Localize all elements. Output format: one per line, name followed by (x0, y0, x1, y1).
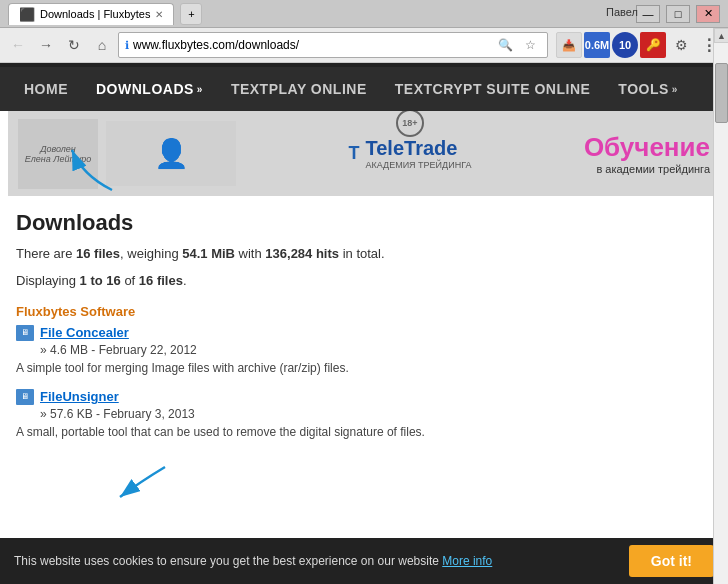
ext-icon-1[interactable]: 📥 (556, 32, 582, 58)
nav-textcrypt-label: TEXTCRYPT SUITE ONLINE (395, 81, 591, 97)
bookmark-search-btn[interactable]: 🔍 (494, 35, 516, 55)
display-range: 1 to 16 (80, 273, 121, 288)
nav-tools-label: TOOLS (618, 81, 668, 97)
banner-person-img: ДоволенЕлена Лейтуро (18, 119, 98, 189)
tab-favicon: ⬛ (19, 7, 35, 22)
banner-person-text: ДоволенЕлена Лейтуро (22, 141, 95, 167)
teletrade-brand: TeleTrade (365, 137, 471, 160)
maximize-btn[interactable]: □ (666, 5, 690, 23)
cookie-banner: This website uses cookies to ensure you … (0, 538, 728, 584)
secure-icon: ℹ (125, 39, 129, 52)
scrollbar[interactable]: ▲ (713, 28, 728, 584)
titlebar: ⬛ Downloads | Fluxbytes ✕ + Павел — □ ✕ (0, 0, 728, 28)
banner-figure-icon: 👤 (154, 137, 189, 170)
titlebar-left: ⬛ Downloads | Fluxbytes ✕ + (8, 3, 202, 25)
file-icon-1: 🖥 (16, 325, 34, 341)
file-concealer-name: File Concealer (40, 325, 129, 340)
banner-promo: Обучение в академии трейдинга (584, 132, 710, 175)
promo-sub: в академии трейдинга (584, 163, 710, 175)
age-badge: 18+ (396, 111, 424, 137)
file-1-meta: » 4.6 MB - February 22, 2012 (40, 343, 712, 357)
file-2-meta: » 57.6 KB - February 3, 2013 (40, 407, 712, 421)
star-btn[interactable]: ☆ (519, 35, 541, 55)
file-concealer-link[interactable]: File Concealer (40, 325, 129, 340)
nav-item-tools[interactable]: TOOLS » (604, 67, 692, 111)
new-tab-btn[interactable]: + (180, 3, 202, 25)
ext-icon-3[interactable]: 10 (612, 32, 638, 58)
window-controls: — □ ✕ (636, 5, 720, 23)
file-link-row-2: 🖥 FileUnsigner (16, 389, 712, 405)
file-1-desc: A simple tool for merging Image files wi… (16, 359, 712, 377)
file-link-row-1: 🖥 File Concealer (16, 325, 712, 341)
back-btn[interactable]: ← (6, 33, 30, 57)
address-bar: ℹ 🔍 ☆ (118, 32, 548, 58)
file-2-desc: A small, portable tool that can be used … (16, 423, 712, 441)
browser-chrome: ← → ↻ ⌂ ℹ 🔍 ☆ 📥 0.6M 10 🔑 ⚙ ⋮ (0, 28, 728, 63)
cookie-more-link[interactable]: More info (442, 554, 492, 568)
url-input[interactable] (133, 38, 490, 52)
total-size: 54.1 MiB (182, 246, 235, 261)
address-actions: 🔍 ☆ (494, 35, 541, 55)
banner-center: 18+ T TeleTrade АКАДЕМИЯ ТРЕЙДИНГА (348, 137, 471, 170)
file-count: 16 files (76, 246, 120, 261)
cookie-text: This website uses cookies to ensure you … (14, 554, 613, 568)
browser-tab[interactable]: ⬛ Downloads | Fluxbytes ✕ (8, 3, 174, 25)
file-unsigner-name: FileUnsigner (40, 389, 119, 404)
stats-line: There are 16 files, weighing 54.1 MiB wi… (16, 244, 712, 265)
site-nav: HOME DOWNLOADS » TEXTPLAY ONLINE TEXTCRY… (0, 67, 728, 111)
home-btn[interactable]: ⌂ (90, 33, 114, 57)
hit-count: 136,284 hits (265, 246, 339, 261)
display-total: 16 files (139, 273, 183, 288)
nav-item-textplay[interactable]: TEXTPLAY ONLINE (217, 67, 381, 111)
scroll-thumb[interactable] (715, 63, 728, 123)
cookie-message: This website uses cookies to ensure you … (14, 554, 442, 568)
downloads-arrow-icon: » (197, 84, 203, 95)
page-title: Downloads (16, 210, 712, 236)
reload-btn[interactable]: ↻ (62, 33, 86, 57)
promo-text: Обучение (584, 132, 710, 163)
teletrade-t-icon: T (348, 143, 359, 164)
banner-left: ДоволенЕлена Лейтуро 👤 (18, 119, 236, 189)
teletrade-logo: T TeleTrade АКАДЕМИЯ ТРЕЙДИНГА (348, 137, 471, 170)
section-title: Fluxbytes Software (16, 304, 712, 319)
file-item-1: 🖥 File Concealer » 4.6 MB - February 22,… (16, 325, 712, 377)
teletrade-sub: АКАДЕМИЯ ТРЕЙДИНГА (365, 160, 471, 170)
tools-arrow-icon: » (672, 84, 678, 95)
navigation-bar: ← → ↻ ⌂ ℹ 🔍 ☆ 📥 0.6M 10 🔑 ⚙ ⋮ (0, 28, 728, 62)
main-content: Downloads There are 16 files, weighing 5… (0, 196, 728, 467)
file-item-2: 🖥 FileUnsigner » 57.6 KB - February 3, 2… (16, 389, 712, 441)
nav-item-home[interactable]: HOME (10, 67, 82, 111)
ext-icon-5[interactable]: ⚙ (668, 32, 694, 58)
nav-textplay-label: TEXTPLAY ONLINE (231, 81, 367, 97)
ext-icon-4[interactable]: 🔑 (640, 32, 666, 58)
nav-home-label: HOME (24, 81, 68, 97)
nav-downloads-label: DOWNLOADS (96, 81, 194, 97)
arrow-svg-2 (115, 462, 175, 502)
ext-icon-2[interactable]: 0.6M (584, 32, 610, 58)
close-btn[interactable]: ✕ (696, 5, 720, 23)
minimize-btn[interactable]: — (636, 5, 660, 23)
extension-icons: 📥 0.6M 10 🔑 ⚙ ⋮ (556, 32, 722, 58)
forward-btn[interactable]: → (34, 33, 58, 57)
scroll-up-btn[interactable]: ▲ (714, 28, 728, 43)
banner-image-area: 👤 (106, 121, 236, 186)
cookie-accept-btn[interactable]: Got it! (629, 545, 714, 577)
tab-title: Downloads | Fluxbytes (40, 8, 150, 20)
teletrade-name-block: TeleTrade АКАДЕМИЯ ТРЕЙДИНГА (365, 137, 471, 170)
file-unsigner-link[interactable]: FileUnsigner (40, 389, 119, 404)
advertisement-banner: ДоволенЕлена Лейтуро 👤 18+ T TeleTrade А… (8, 111, 720, 196)
tab-close-btn[interactable]: ✕ (155, 9, 163, 20)
user-label: Павел (606, 6, 638, 18)
nav-item-textcrypt[interactable]: TEXTCRYPT SUITE ONLINE (381, 67, 605, 111)
annotation-arrow-2 (115, 462, 175, 505)
display-line: Displaying 1 to 16 of 16 files. (16, 271, 712, 292)
file-icon-2: 🖥 (16, 389, 34, 405)
banner-content: ДоволенЕлена Лейтуро 👤 18+ T TeleTrade А… (8, 111, 720, 196)
nav-item-downloads[interactable]: DOWNLOADS » (82, 67, 217, 111)
